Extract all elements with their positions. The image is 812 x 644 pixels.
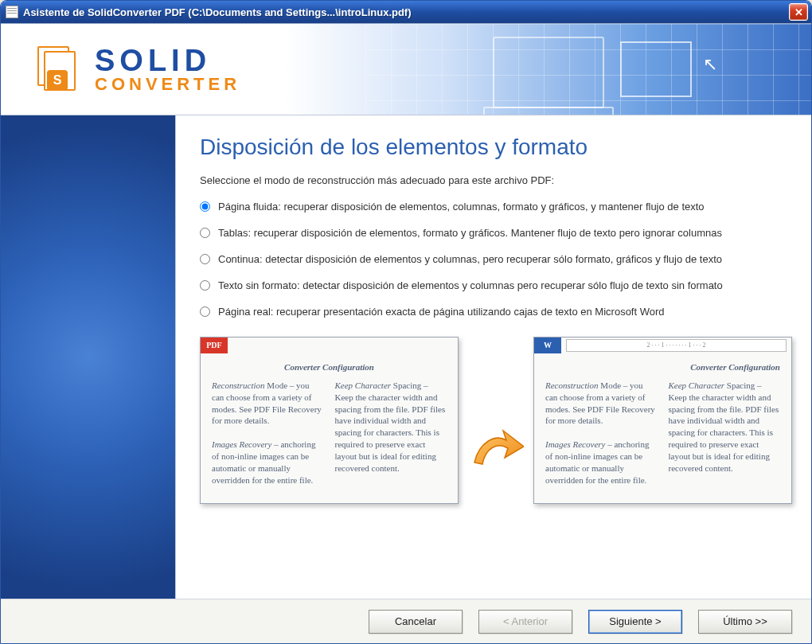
conversion-arrow-icon bbox=[468, 424, 524, 480]
logo-line1: SOLID bbox=[95, 45, 240, 76]
radio-continuous[interactable] bbox=[200, 254, 210, 264]
option-label: Continua: detectar disposición de elemen… bbox=[218, 253, 722, 265]
sidebar bbox=[1, 115, 176, 599]
logo-text: SOLID CONVERTER bbox=[95, 45, 240, 93]
pdf-col1b-title: Images Recovery bbox=[212, 439, 271, 449]
option-flowing-page[interactable]: Página fluida: recuperar disposición de … bbox=[200, 201, 792, 213]
next-button[interactable]: Siguiente > bbox=[588, 610, 682, 634]
radio-tables[interactable] bbox=[200, 228, 210, 238]
word-ruler: 2 · · · 1 · · · · · · · 1 · · · 2 bbox=[566, 339, 787, 352]
logo-mark: S bbox=[37, 46, 84, 92]
option-label: Texto sin formato: detectar disposición … bbox=[218, 279, 723, 291]
laptop-icon bbox=[493, 37, 604, 108]
instructions: Seleccione el modo de reconstrucción más… bbox=[200, 174, 792, 186]
word-col1b-title: Images Recovery bbox=[545, 439, 605, 449]
window-title: Asistente de SolidConverter PDF (C:\Docu… bbox=[23, 6, 789, 18]
screen-icon bbox=[620, 41, 692, 97]
radio-exact-page[interactable] bbox=[200, 306, 210, 317]
close-button[interactable]: ✕ bbox=[789, 3, 808, 21]
word-badge: W bbox=[534, 338, 561, 353]
logo-badge: S bbox=[47, 70, 68, 91]
pdf-badge: PDF bbox=[201, 338, 228, 353]
pdf-doc-title: Converter Configuration bbox=[212, 361, 447, 373]
preview-row: PDF Converter Configuration Reconstructi… bbox=[200, 329, 792, 591]
radio-flowing-page[interactable] bbox=[200, 201, 210, 212]
wizard-window: Asistente de SolidConverter PDF (C:\Docu… bbox=[0, 0, 812, 644]
pdf-col2-title: Keep Character bbox=[335, 381, 392, 390]
button-bar: Cancelar < Anterior Siguiente > Último >… bbox=[1, 599, 811, 643]
cancel-button[interactable]: Cancelar bbox=[369, 610, 463, 634]
option-tables[interactable]: Tablas: recuperar disposición de element… bbox=[200, 227, 792, 239]
close-icon: ✕ bbox=[794, 6, 803, 18]
page-heading: Disposición de los elementos y formato bbox=[200, 135, 792, 160]
pdf-col1-title: Reconstruction bbox=[212, 381, 265, 390]
pdf-col2-body: Spacing – Keep the character width and s… bbox=[335, 381, 446, 473]
options-group: Página fluida: recuperar disposición de … bbox=[200, 201, 792, 318]
pdf-preview: PDF Converter Configuration Reconstructi… bbox=[200, 337, 459, 504]
body: Disposición de los elementos y formato S… bbox=[1, 115, 811, 599]
option-label: Tablas: recuperar disposición de element… bbox=[218, 227, 722, 239]
option-exact-page[interactable]: Página real: recuperar presentación exac… bbox=[200, 306, 792, 318]
word-col2-body: Spacing – Keep the character width and s… bbox=[669, 381, 779, 473]
option-plain-text[interactable]: Texto sin formato: detectar disposición … bbox=[200, 279, 792, 291]
cursor-icon: ↖ bbox=[703, 54, 717, 75]
main-panel: Disposición de los elementos y formato S… bbox=[176, 115, 811, 599]
word-col1-title: Reconstruction bbox=[545, 381, 599, 390]
word-col2-title: Keep Character bbox=[669, 381, 725, 390]
option-label: Página real: recuperar presentación exac… bbox=[218, 306, 665, 318]
word-preview: W 2 · · · 1 · · · · · · · 1 · · · 2 Conv… bbox=[533, 337, 792, 504]
option-label: Página fluida: recuperar disposición de … bbox=[218, 201, 705, 213]
banner: ↖ S SOLID CONVERTER bbox=[1, 24, 811, 115]
word-doc-title: Converter Configuration bbox=[545, 361, 780, 373]
titlebar[interactable]: Asistente de SolidConverter PDF (C:\Docu… bbox=[1, 1, 811, 23]
option-continuous[interactable]: Continua: detectar disposición de elemen… bbox=[200, 253, 792, 265]
client-area: ↖ S SOLID CONVERTER Disposición de los e… bbox=[1, 23, 811, 643]
app-icon bbox=[6, 6, 18, 18]
logo-line2: CONVERTER bbox=[95, 76, 240, 93]
radio-plain-text[interactable] bbox=[200, 280, 210, 291]
back-button[interactable]: < Anterior bbox=[478, 610, 572, 634]
last-button[interactable]: Último >> bbox=[698, 610, 792, 634]
logo: S SOLID CONVERTER bbox=[37, 45, 240, 93]
